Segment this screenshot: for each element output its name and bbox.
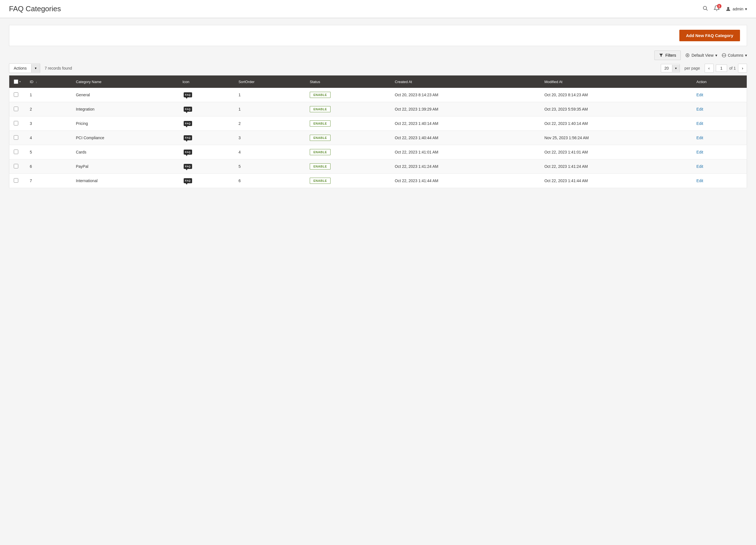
cell-sort-order: 5 [234, 160, 305, 174]
cell-modified-at: Oct 22, 2023 1:41:44 AM [540, 174, 692, 188]
table-row: 5 Cards FAQ 4 ENABLE Oct 22, 2023 1:41:0… [9, 145, 747, 160]
default-view-button[interactable]: Default View ▾ [685, 53, 717, 58]
header-checkbox[interactable] [14, 79, 18, 84]
cell-created-at: Oct 22, 2023 1:41:24 AM [390, 160, 540, 174]
faq-icon-label: FAQ [184, 121, 192, 126]
col-header-sortorder[interactable]: SortOrder [234, 76, 305, 88]
cell-icon: FAQ [178, 102, 234, 117]
status-badge: ENABLE [310, 135, 331, 141]
per-page-dropdown-button[interactable]: ▾ [672, 65, 680, 72]
row-checkbox-6[interactable] [14, 164, 18, 168]
cell-sort-order: 4 [234, 145, 305, 160]
cell-id: 1 [25, 88, 71, 102]
cell-id: 3 [25, 117, 71, 131]
content-area: Add New FAQ Category Filters Default Vie… [0, 18, 756, 195]
add-new-faq-category-button[interactable]: Add New FAQ Category [679, 30, 740, 41]
row-checkbox-7[interactable] [14, 178, 18, 183]
cell-modified-at: Oct 23, 2023 5:59:35 AM [540, 102, 692, 117]
cell-action: Edit [692, 174, 747, 188]
svg-line-1 [706, 9, 708, 11]
sort-icon-id: ↓ [36, 81, 37, 84]
cell-status: ENABLE [305, 174, 390, 188]
cell-id: 4 [25, 131, 71, 145]
cell-status: ENABLE [305, 88, 390, 102]
cell-status: ENABLE [305, 102, 390, 117]
row-checkbox-cell [9, 174, 26, 188]
status-badge: ENABLE [310, 163, 331, 170]
edit-link-3[interactable]: Edit [696, 121, 703, 126]
filters-label: Filters [665, 53, 676, 58]
toolbar-bar: Add New FAQ Category [9, 25, 747, 46]
per-page-value: 20 [661, 64, 672, 72]
cell-category-name: Cards [71, 145, 178, 160]
cell-category-name: General [71, 88, 178, 102]
cell-id: 6 [25, 160, 71, 174]
edit-link-6[interactable]: Edit [696, 164, 703, 169]
cell-modified-at: Oct 22, 2023 1:41:24 AM [540, 160, 692, 174]
edit-link-5[interactable]: Edit [696, 150, 703, 154]
table-row: 6 PayPal FAQ 5 ENABLE Oct 22, 2023 1:41:… [9, 160, 747, 174]
faq-icon-6: FAQ [183, 164, 193, 169]
row-checkbox-cell [9, 160, 26, 174]
cell-id: 5 [25, 145, 71, 160]
cell-modified-at: Oct 22, 2023 1:41:01 AM [540, 145, 692, 160]
table-row: 7 International FAQ 6 ENABLE Oct 22, 202… [9, 174, 747, 188]
col-header-id[interactable]: ID ↓ [25, 76, 71, 88]
row-checkbox-cell [9, 117, 26, 131]
edit-link-2[interactable]: Edit [696, 107, 703, 111]
row-checkbox-5[interactable] [14, 150, 18, 154]
cell-icon: FAQ [178, 145, 234, 160]
edit-link-1[interactable]: Edit [696, 93, 703, 97]
cell-status: ENABLE [305, 160, 390, 174]
cell-action: Edit [692, 117, 747, 131]
cell-id: 2 [25, 102, 71, 117]
edit-link-4[interactable]: Edit [696, 136, 703, 140]
previous-page-button[interactable]: ‹ [705, 64, 714, 73]
search-button[interactable] [702, 5, 708, 12]
faq-icon-7: FAQ [183, 178, 193, 183]
top-header: FAQ Categories 1 admin ▾ [0, 0, 756, 18]
faq-icon-5: FAQ [183, 150, 193, 155]
status-badge: ENABLE [310, 149, 331, 155]
col-header-category-name[interactable]: Category Name [71, 76, 178, 88]
user-chevron-icon: ▾ [745, 7, 747, 11]
actions-select: Actions ▾ [9, 63, 40, 73]
row-checkbox-2[interactable] [14, 107, 18, 111]
actions-row: Actions ▾ 7 records found 20 ▾ per page … [9, 63, 747, 73]
filters-button[interactable]: Filters [654, 51, 681, 60]
current-page: 1 [716, 65, 727, 72]
svg-point-5 [686, 54, 689, 57]
cell-sort-order: 1 [234, 102, 305, 117]
row-checkbox-cell [9, 131, 26, 145]
col-header-modified-at[interactable]: Modified At [540, 76, 692, 88]
faq-icon-4: FAQ [183, 135, 193, 140]
table-row: 4 PCI Compliance FAQ 3 ENABLE Oct 22, 20… [9, 131, 747, 145]
page-title: FAQ Categories [9, 4, 61, 13]
cell-status: ENABLE [305, 131, 390, 145]
faq-icon-1: FAQ [183, 92, 193, 97]
view-label: Default View [691, 53, 713, 58]
notification-button[interactable]: 1 [714, 5, 720, 13]
cell-sort-order: 1 [234, 88, 305, 102]
col-header-created-at[interactable]: Created At [390, 76, 540, 88]
table-row: 2 Integration FAQ 1 ENABLE Oct 22, 2023 … [9, 102, 747, 117]
faq-icon-label: FAQ [184, 135, 192, 140]
actions-dropdown-button[interactable]: ▾ [31, 64, 40, 72]
cell-created-at: Oct 22, 2023 1:41:44 AM [390, 174, 540, 188]
cell-sort-order: 2 [234, 117, 305, 131]
columns-button[interactable]: Columns ▾ [722, 53, 747, 58]
pagination: 20 ▾ per page ‹ 1 of 1 › [661, 64, 747, 73]
row-checkbox-1[interactable] [14, 92, 18, 97]
cell-icon: FAQ [178, 160, 234, 174]
cell-created-at: Oct 22, 2023 1:40:14 AM [390, 117, 540, 131]
cell-action: Edit [692, 102, 747, 117]
row-checkbox-4[interactable] [14, 135, 18, 140]
user-menu-button[interactable]: admin ▾ [725, 6, 747, 12]
edit-link-7[interactable]: Edit [696, 179, 703, 183]
col-header-status[interactable]: Status [305, 76, 390, 88]
header-actions: 1 admin ▾ [702, 5, 747, 13]
faq-icon-label: FAQ [184, 107, 192, 112]
next-page-button[interactable]: › [738, 64, 747, 73]
view-chevron-icon: ▾ [715, 53, 717, 58]
row-checkbox-3[interactable] [14, 121, 18, 126]
